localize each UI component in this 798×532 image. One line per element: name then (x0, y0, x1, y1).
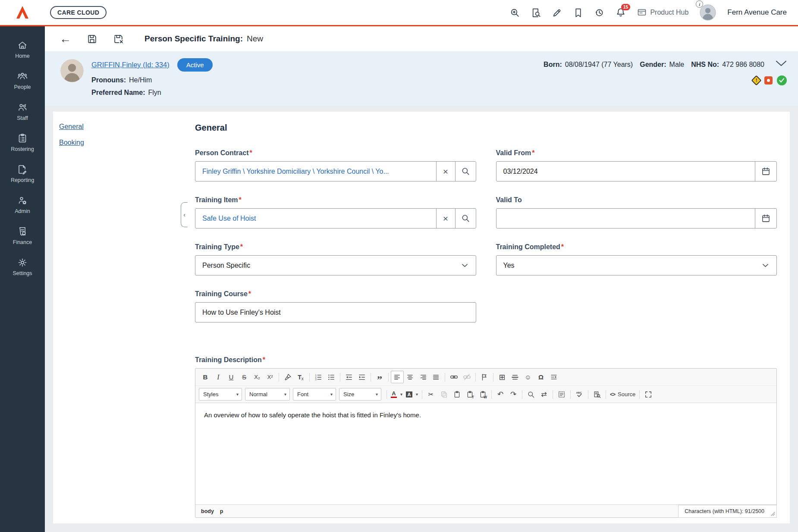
banner-chevron-down-icon[interactable] (776, 60, 787, 67)
sidebar-item-admin[interactable]: Admin (0, 192, 45, 218)
sidebar-item-staff[interactable]: Staff (0, 99, 45, 125)
zoom-in-icon[interactable] (510, 8, 520, 18)
bookmark-icon[interactable] (573, 8, 583, 18)
resize-grip[interactable] (771, 512, 775, 516)
required-marker: * (239, 196, 242, 204)
training-type-select[interactable]: Person Specific (195, 255, 476, 275)
subscript-button[interactable]: X₂ (251, 371, 264, 383)
toolbar-divider (570, 390, 571, 399)
status-badge[interactable]: Active (177, 58, 213, 72)
save-button[interactable] (87, 34, 97, 44)
paste-from-word-button[interactable]: W (476, 388, 489, 401)
maximize-button[interactable] (642, 388, 655, 401)
align-left-button[interactable] (391, 371, 404, 383)
strikethrough-button[interactable]: S (238, 371, 251, 383)
numbered-list-button[interactable]: 123 (312, 371, 325, 383)
sidebar-item-finance[interactable]: Finance (0, 223, 45, 249)
training-item-clear-button[interactable]: × (436, 209, 455, 228)
text-color-button[interactable]: A ▾ (389, 388, 404, 401)
notifications-bell-icon[interactable]: 15 (616, 7, 626, 18)
chevron-down-icon: ▾ (284, 392, 286, 397)
replace-button[interactable]: ⇄ (537, 388, 550, 401)
insert-horizontal-line-button[interactable] (509, 371, 522, 383)
decrease-indent-button[interactable] (342, 371, 355, 383)
path-p[interactable]: p (220, 508, 223, 514)
person-contract-clear-button[interactable]: × (436, 162, 455, 181)
training-item-input[interactable]: Safe Use of Hoist (195, 215, 436, 222)
valid-to-label: Valid To (496, 196, 777, 204)
toolbar-divider (445, 373, 445, 382)
cut-button[interactable]: ✂ (424, 388, 437, 401)
chevron-down-icon: ▾ (236, 392, 239, 397)
subnav-item-general[interactable]: General (59, 123, 195, 131)
unlink-button[interactable] (460, 371, 473, 383)
training-completed-select[interactable]: Yes (496, 255, 777, 275)
styles-select[interactable]: Styles▾ (199, 388, 242, 401)
find-button[interactable] (525, 388, 537, 401)
superscript-button[interactable]: X² (264, 371, 276, 383)
sidebar-item-settings[interactable]: Settings (0, 254, 45, 280)
undo-button[interactable]: ↶ (494, 388, 507, 401)
font-select[interactable]: Font▾ (293, 388, 336, 401)
sidebar-item-reporting[interactable]: Reporting (0, 161, 45, 187)
panel-collapse-handle[interactable]: ‹ (181, 202, 188, 227)
app-logo[interactable] (0, 0, 45, 25)
copy-formatting-button[interactable] (281, 371, 294, 383)
insert-smiley-button[interactable]: ☺ (522, 371, 534, 383)
product-hub-link[interactable]: Product Hub (637, 8, 688, 17)
spellcheck-button[interactable]: ABC (573, 388, 586, 401)
increase-indent-button[interactable] (355, 371, 368, 383)
hazard-warning-icon[interactable]: ! (751, 75, 761, 85)
history-icon[interactable] (594, 8, 604, 18)
align-justify-button[interactable] (430, 371, 443, 383)
font-size-select[interactable]: Size▾ (339, 388, 381, 401)
redo-button[interactable]: ↷ (507, 388, 520, 401)
valid-from-input[interactable]: 03/12/2024 (496, 168, 755, 175)
preview-icon (593, 391, 601, 398)
italic-button[interactable]: I (212, 371, 225, 383)
underline-button[interactable]: U (225, 371, 238, 383)
back-button[interactable]: ← (60, 33, 71, 45)
select-all-button[interactable] (555, 388, 568, 401)
document-search-icon[interactable] (531, 8, 541, 18)
paragraph-format-select[interactable]: Normal▾ (245, 388, 290, 401)
valid-from-calendar-button[interactable] (755, 162, 776, 181)
align-center-button[interactable] (404, 371, 417, 383)
insert-table-button[interactable]: ⊞ (496, 371, 509, 383)
sidebar-item-rostering[interactable]: Rostering (0, 130, 45, 156)
user-avatar[interactable]: i (700, 4, 716, 21)
background-color-button[interactable]: A ▾ (404, 388, 420, 401)
undo-icon: ↶ (497, 390, 503, 399)
edit-pen-icon[interactable] (552, 8, 562, 18)
preview-button[interactable] (591, 388, 603, 401)
special-character-button[interactable]: Ω (534, 371, 547, 383)
insert-link-button[interactable] (447, 371, 460, 383)
source-button[interactable]: <> Source (608, 388, 637, 401)
copy-button[interactable] (437, 388, 450, 401)
editor-content[interactable]: An overview of how to safely operate the… (195, 403, 776, 504)
valid-to-calendar-button[interactable] (755, 209, 776, 228)
alert-marker-icon[interactable] (764, 76, 773, 84)
anchor-flag-button[interactable] (478, 371, 491, 383)
blockquote-button[interactable]: ” (373, 371, 386, 383)
training-item-search-button[interactable] (455, 209, 476, 228)
sidebar-item-people[interactable]: People (0, 68, 45, 94)
training-course-input[interactable]: How to Use Finley's Hoist (195, 309, 476, 316)
bold-button[interactable]: B (199, 371, 212, 383)
sidebar-item-home[interactable]: Home (0, 37, 45, 63)
patient-avatar[interactable] (60, 59, 84, 82)
align-right-button[interactable] (417, 371, 430, 383)
save-and-close-button[interactable] (113, 34, 124, 44)
nhs-value: 472 986 8080 (722, 61, 764, 69)
person-contract-input[interactable]: Finley Griffin \ Yorkshire Domiciliary \… (195, 168, 436, 175)
status-check-icon[interactable] (777, 75, 787, 85)
insert-template-button[interactable] (547, 371, 560, 383)
path-body[interactable]: body (201, 508, 214, 514)
person-contract-search-button[interactable] (455, 162, 476, 181)
paste-as-text-button[interactable]: T (463, 388, 476, 401)
remove-format-button[interactable]: Tx (294, 371, 307, 383)
paste-button[interactable] (450, 388, 463, 401)
subnav-item-booking[interactable]: Booking (59, 139, 195, 147)
patient-name-link[interactable]: GRIFFIN,Finley (Id: 334) (91, 61, 170, 69)
bullet-list-button[interactable] (325, 371, 338, 383)
